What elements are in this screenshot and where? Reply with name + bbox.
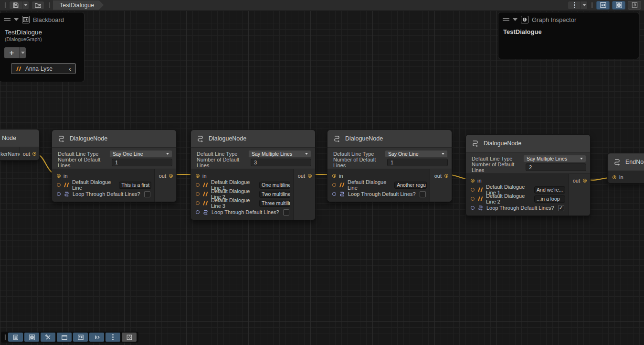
prop-label: Default Line Type <box>58 151 98 157</box>
line-value-field[interactable]: ...in a loop <box>534 195 565 203</box>
tab-testdialogue[interactable]: TestDialogue <box>53 0 104 10</box>
line-value-field[interactable]: Three multilin <box>259 200 290 207</box>
blackboard-header[interactable]: Blackboard <box>0 12 84 25</box>
quote-icon <box>477 187 483 192</box>
num-lines-field[interactable]: 1 <box>112 159 172 166</box>
out-port[interactable] <box>32 152 36 156</box>
out-port[interactable] <box>169 174 173 178</box>
save-button[interactable] <box>9 1 22 10</box>
save-dropdown-button[interactable] <box>22 1 29 10</box>
blackboard-title: Blackboard <box>33 16 64 23</box>
dialogue-node-4[interactable]: DialogueNode Default Line Type Say Multi… <box>465 134 591 216</box>
graph-inspector-title: Graph Inspector <box>532 16 576 23</box>
preview-toggle-button[interactable] <box>122 333 137 342</box>
dialogue-node-3[interactable]: DialogueNode Default Line Type Say One L… <box>327 129 452 202</box>
out-port[interactable] <box>308 174 312 178</box>
num-lines-field[interactable]: 3 <box>251 159 311 166</box>
node-type-icon <box>196 135 204 142</box>
node-type-icon <box>471 140 479 147</box>
more-options-button[interactable] <box>106 333 120 342</box>
loop-checkbox[interactable] <box>420 191 426 197</box>
node-start-partial[interactable]: Node kerName out <box>0 129 40 161</box>
loop-port[interactable] <box>57 192 61 196</box>
tools-icon <box>45 334 52 341</box>
toolbar-drag-handle[interactable] <box>3 2 7 8</box>
collapse-caret-icon[interactable] <box>513 18 517 21</box>
collapse-caret-icon[interactable] <box>14 18 19 21</box>
line-port[interactable] <box>57 183 61 187</box>
preview-play-button[interactable] <box>89 333 104 342</box>
line-port[interactable] <box>196 183 200 187</box>
line-type-dropdown[interactable]: Say Multiple Lines <box>523 155 586 162</box>
toolbar-separator <box>590 2 594 8</box>
line-type-dropdown[interactable]: Say Multiple Lines <box>248 150 311 158</box>
inspector-button[interactable] <box>24 333 39 342</box>
line-value-field[interactable]: Two multiline <box>259 191 290 198</box>
in-port-label: in <box>63 173 68 179</box>
out-port[interactable] <box>583 179 587 183</box>
in-port[interactable] <box>57 174 61 178</box>
line-port[interactable] <box>196 201 200 205</box>
loop-checkbox[interactable]: ✓ <box>558 205 564 211</box>
toolbar-drag-handle[interactable] <box>3 334 7 340</box>
node-type-icon <box>333 135 341 142</box>
prop-label: Default Line Type <box>472 156 512 162</box>
in-port[interactable] <box>612 175 616 179</box>
chevron-left-icon[interactable]: ‹ <box>69 65 71 72</box>
loop-port[interactable] <box>196 210 200 214</box>
loop-icon <box>339 191 345 197</box>
graph-inspector-header[interactable]: Graph Inspector <box>498 12 639 25</box>
out-port[interactable] <box>444 174 448 178</box>
in-port[interactable] <box>471 179 475 183</box>
line-type-dropdown[interactable]: Say One Line <box>109 150 172 158</box>
line-value-field[interactable]: One multiline <box>259 182 290 189</box>
line-port[interactable] <box>332 183 336 187</box>
window-button[interactable] <box>57 333 72 342</box>
toggle-inspector-button[interactable] <box>612 1 625 10</box>
dialogue-node-1[interactable]: DialogueNode Default Line Type Say One L… <box>52 129 177 202</box>
options-dropdown-button[interactable] <box>581 1 588 10</box>
dropdown-value: Say One Line <box>388 151 419 157</box>
loop-port[interactable] <box>332 192 336 196</box>
caret-down-icon <box>24 4 28 6</box>
num-lines-field[interactable]: 1 <box>387 159 448 166</box>
line-value-field[interactable]: Another regu <box>394 182 427 189</box>
line-port[interactable] <box>471 188 475 192</box>
toggle-blackboard-button[interactable] <box>596 1 610 10</box>
options-menu-button[interactable] <box>568 1 581 10</box>
info-icon <box>521 16 528 23</box>
add-variable-dropdown[interactable] <box>19 47 26 58</box>
blackboard-graph-name: TestDialogue <box>5 29 79 36</box>
blackboard-field-anna-lyse[interactable]: Anna-Lyse ‹ <box>11 63 76 74</box>
line-port[interactable] <box>471 197 475 201</box>
add-variable-button[interactable]: + <box>4 47 19 58</box>
node-title: DialogueNode <box>345 135 383 142</box>
blackboard-button[interactable] <box>73 333 88 342</box>
in-port[interactable] <box>332 174 336 178</box>
line-value-field[interactable]: And we're... <box>534 186 565 194</box>
drag-handle-icon <box>503 18 509 22</box>
loop-icon <box>63 191 70 197</box>
tools-button[interactable] <box>41 333 55 342</box>
line-port[interactable] <box>196 192 200 196</box>
loop-checkbox[interactable] <box>283 209 289 216</box>
line-value-field[interactable]: This is a first <box>119 182 151 189</box>
open-asset-button[interactable] <box>32 1 44 10</box>
dialogue-node-2[interactable]: DialogueNode Default Line Type Say Multi… <box>190 129 316 220</box>
prop-label: Number of Default Lines <box>197 157 251 168</box>
line-type-dropdown[interactable]: Say One Line <box>385 150 448 158</box>
loop-checkbox[interactable] <box>144 191 150 197</box>
end-node[interactable]: EndNode in <box>607 153 644 183</box>
node-title: Node <box>2 135 16 141</box>
loop-port[interactable] <box>471 206 475 210</box>
in-port[interactable] <box>196 174 200 178</box>
console-button[interactable] <box>8 333 23 342</box>
toggle-preview-button[interactable] <box>628 1 641 10</box>
caret-down-icon <box>21 52 25 54</box>
quote-icon <box>16 66 21 71</box>
num-lines-field[interactable]: 2 <box>526 163 586 171</box>
quote-icon <box>339 183 345 187</box>
folder-open-icon <box>34 2 42 9</box>
document-lines-icon <box>12 334 19 341</box>
drag-handle-icon <box>4 18 11 22</box>
